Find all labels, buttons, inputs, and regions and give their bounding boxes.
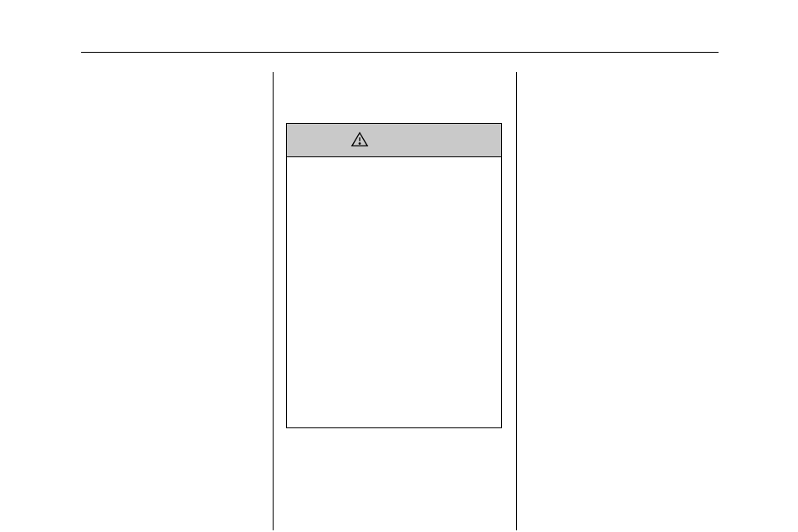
warning-triangle-icon <box>350 130 369 149</box>
svg-point-1 <box>359 143 360 144</box>
column-divider-left <box>273 72 274 530</box>
warning-header <box>287 124 501 157</box>
warning-box <box>286 123 502 428</box>
column-divider-right <box>516 72 517 530</box>
header-rule <box>81 52 719 53</box>
warning-body <box>287 157 501 174</box>
